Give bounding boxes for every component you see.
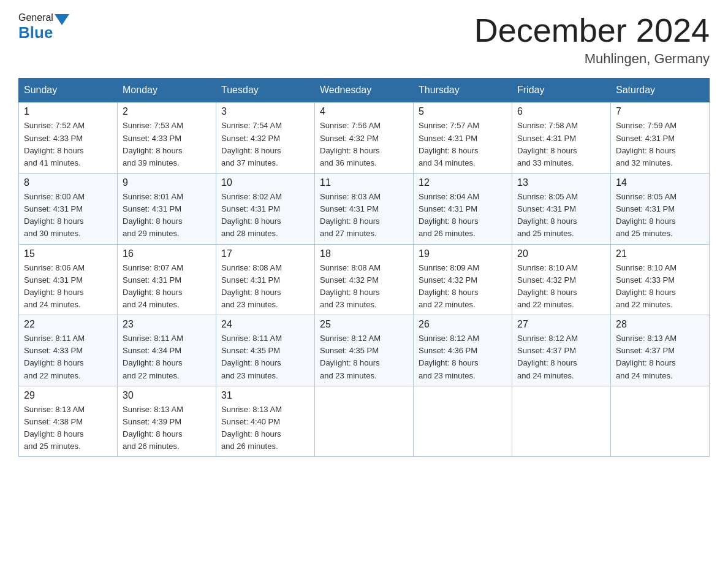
day-number: 22 [24,319,112,330]
day-info: Sunrise: 8:11 AMSunset: 4:34 PMDaylight:… [123,334,183,380]
day-info: Sunrise: 8:01 AMSunset: 4:31 PMDaylight:… [123,192,183,238]
day-number: 25 [320,319,408,330]
day-number: 9 [123,177,211,188]
calendar-cell: 3 Sunrise: 7:54 AMSunset: 4:32 PMDayligh… [216,102,315,174]
calendar-cell: 21 Sunrise: 8:10 AMSunset: 4:33 PMDaylig… [611,244,710,315]
day-number: 5 [419,106,507,117]
day-info: Sunrise: 8:11 AMSunset: 4:35 PMDaylight:… [221,334,282,380]
calendar-cell: 22 Sunrise: 8:11 AMSunset: 4:33 PMDaylig… [19,315,118,386]
calendar-week-row: 15 Sunrise: 8:06 AMSunset: 4:31 PMDaylig… [19,244,710,315]
calendar-week-row: 8 Sunrise: 8:00 AMSunset: 4:31 PMDayligh… [19,173,710,244]
day-number: 24 [221,319,309,330]
logo-area: General Blue [18,12,70,42]
day-info: Sunrise: 8:09 AMSunset: 4:32 PMDaylight:… [419,263,479,309]
day-number: 3 [221,106,309,117]
calendar-cell: 26 Sunrise: 8:12 AMSunset: 4:36 PMDaylig… [414,315,512,386]
calendar-header-row: SundayMondayTuesdayWednesdayThursdayFrid… [19,79,710,102]
calendar-cell: 4 Sunrise: 7:56 AMSunset: 4:32 PMDayligh… [315,102,414,174]
calendar-cell: 7 Sunrise: 7:59 AMSunset: 4:31 PMDayligh… [611,102,710,174]
day-number: 11 [320,177,408,188]
day-info: Sunrise: 8:11 AMSunset: 4:33 PMDaylight:… [24,334,85,380]
day-info: Sunrise: 8:04 AMSunset: 4:31 PMDaylight:… [419,192,479,238]
calendar-cell [611,386,710,457]
calendar-cell: 29 Sunrise: 8:13 AMSunset: 4:38 PMDaylig… [19,386,118,457]
day-number: 19 [419,248,507,259]
calendar-cell: 15 Sunrise: 8:06 AMSunset: 4:31 PMDaylig… [19,244,118,315]
day-info: Sunrise: 7:54 AMSunset: 4:32 PMDaylight:… [221,121,282,167]
calendar-table: SundayMondayTuesdayWednesdayThursdayFrid… [18,78,710,457]
weekday-header-sunday: Sunday [19,79,118,102]
calendar-cell: 9 Sunrise: 8:01 AMSunset: 4:31 PMDayligh… [118,173,216,244]
day-info: Sunrise: 8:08 AMSunset: 4:31 PMDaylight:… [221,263,282,309]
calendar-week-row: 1 Sunrise: 7:52 AMSunset: 4:33 PMDayligh… [19,102,710,174]
calendar-cell: 13 Sunrise: 8:05 AMSunset: 4:31 PMDaylig… [512,173,611,244]
day-info: Sunrise: 8:12 AMSunset: 4:37 PMDaylight:… [517,334,578,380]
logo-triangle-icon [55,14,69,25]
day-number: 4 [320,106,408,117]
day-number: 1 [24,106,112,117]
day-info: Sunrise: 7:57 AMSunset: 4:31 PMDaylight:… [419,121,479,167]
calendar-cell: 27 Sunrise: 8:12 AMSunset: 4:37 PMDaylig… [512,315,611,386]
logo: General [18,12,70,23]
weekday-header-tuesday: Tuesday [216,79,315,102]
calendar-cell: 24 Sunrise: 8:11 AMSunset: 4:35 PMDaylig… [216,315,315,386]
weekday-header-wednesday: Wednesday [315,79,414,102]
calendar-cell: 17 Sunrise: 8:08 AMSunset: 4:31 PMDaylig… [216,244,315,315]
day-number: 8 [24,177,112,188]
day-info: Sunrise: 8:02 AMSunset: 4:31 PMDaylight:… [221,192,282,238]
calendar-cell: 16 Sunrise: 8:07 AMSunset: 4:31 PMDaylig… [118,244,216,315]
day-number: 21 [616,248,704,259]
day-number: 27 [517,319,605,330]
day-number: 16 [123,248,211,259]
calendar-cell [512,386,611,457]
day-number: 6 [517,106,605,117]
day-number: 23 [123,319,211,330]
day-number: 29 [24,390,112,401]
calendar-cell: 14 Sunrise: 8:05 AMSunset: 4:31 PMDaylig… [611,173,710,244]
calendar-cell [315,386,414,457]
day-info: Sunrise: 8:00 AMSunset: 4:31 PMDaylight:… [24,192,85,238]
day-info: Sunrise: 7:58 AMSunset: 4:31 PMDaylight:… [517,121,578,167]
calendar-cell: 5 Sunrise: 7:57 AMSunset: 4:31 PMDayligh… [414,102,512,174]
day-number: 30 [123,390,211,401]
calendar-cell: 11 Sunrise: 8:03 AMSunset: 4:31 PMDaylig… [315,173,414,244]
day-number: 17 [221,248,309,259]
day-info: Sunrise: 8:10 AMSunset: 4:32 PMDaylight:… [517,263,578,309]
month-title: December 2024 [474,12,710,48]
day-number: 2 [123,106,211,117]
title-area: December 2024 Muhlingen, Germany [474,12,710,67]
day-info: Sunrise: 7:52 AMSunset: 4:33 PMDaylight:… [24,121,85,167]
calendar-cell: 20 Sunrise: 8:10 AMSunset: 4:32 PMDaylig… [512,244,611,315]
day-info: Sunrise: 8:12 AMSunset: 4:36 PMDaylight:… [419,334,479,380]
day-info: Sunrise: 8:13 AMSunset: 4:37 PMDaylight:… [616,334,677,380]
day-info: Sunrise: 7:53 AMSunset: 4:33 PMDaylight:… [123,121,183,167]
calendar-cell: 1 Sunrise: 7:52 AMSunset: 4:33 PMDayligh… [19,102,118,174]
calendar-cell: 8 Sunrise: 8:00 AMSunset: 4:31 PMDayligh… [19,173,118,244]
calendar-cell: 2 Sunrise: 7:53 AMSunset: 4:33 PMDayligh… [118,102,216,174]
calendar-cell: 25 Sunrise: 8:12 AMSunset: 4:35 PMDaylig… [315,315,414,386]
calendar-cell: 31 Sunrise: 8:13 AMSunset: 4:40 PMDaylig… [216,386,315,457]
calendar-cell [414,386,512,457]
day-number: 13 [517,177,605,188]
location-title: Muhlingen, Germany [474,51,710,67]
calendar-cell: 18 Sunrise: 8:08 AMSunset: 4:32 PMDaylig… [315,244,414,315]
day-number: 14 [616,177,704,188]
calendar-cell: 6 Sunrise: 7:58 AMSunset: 4:31 PMDayligh… [512,102,611,174]
day-number: 31 [221,390,309,401]
day-info: Sunrise: 8:13 AMSunset: 4:39 PMDaylight:… [123,405,183,451]
calendar-cell: 10 Sunrise: 8:02 AMSunset: 4:31 PMDaylig… [216,173,315,244]
day-info: Sunrise: 8:05 AMSunset: 4:31 PMDaylight:… [616,192,677,238]
day-info: Sunrise: 8:03 AMSunset: 4:31 PMDaylight:… [320,192,381,238]
day-info: Sunrise: 8:13 AMSunset: 4:38 PMDaylight:… [24,405,85,451]
calendar-week-row: 29 Sunrise: 8:13 AMSunset: 4:38 PMDaylig… [19,386,710,457]
day-info: Sunrise: 8:10 AMSunset: 4:33 PMDaylight:… [616,263,677,309]
day-info: Sunrise: 8:08 AMSunset: 4:32 PMDaylight:… [320,263,381,309]
weekday-header-monday: Monday [118,79,216,102]
day-info: Sunrise: 8:05 AMSunset: 4:31 PMDaylight:… [517,192,578,238]
calendar-cell: 23 Sunrise: 8:11 AMSunset: 4:34 PMDaylig… [118,315,216,386]
logo-blue-text: Blue [18,23,53,42]
calendar-cell: 19 Sunrise: 8:09 AMSunset: 4:32 PMDaylig… [414,244,512,315]
day-number: 10 [221,177,309,188]
day-number: 26 [419,319,507,330]
weekday-header-thursday: Thursday [414,79,512,102]
